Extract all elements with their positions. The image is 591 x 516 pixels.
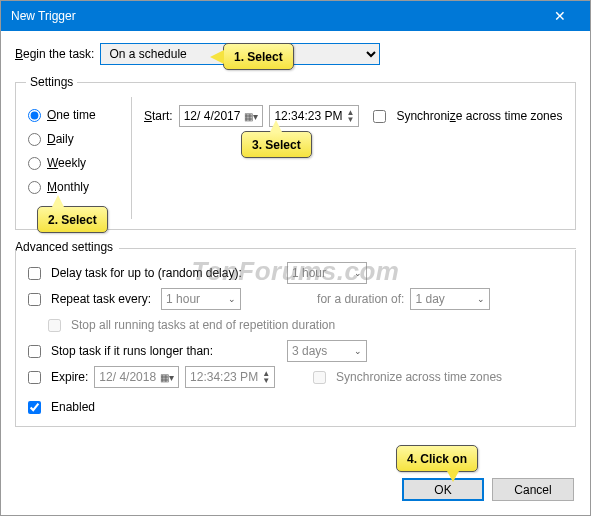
duration-label: for a duration of: — [317, 292, 404, 306]
delay-label: Delay task for up to (random delay): — [51, 266, 281, 280]
cancel-button[interactable]: Cancel — [492, 478, 574, 501]
time-spinner-icon: ▲▼ — [262, 370, 270, 384]
expire-time-input: 12:34:23 PM▲▼ — [185, 366, 275, 388]
expire-date-input: 12/ 4/2018▦▾ — [94, 366, 179, 388]
enabled-checkbox[interactable] — [28, 401, 41, 414]
titlebar: New Trigger ✕ — [1, 1, 590, 31]
advanced-group: Delay task for up to (random delay): 1 h… — [15, 250, 576, 427]
stop-long-value-select: 3 days⌄ — [287, 340, 367, 362]
expire-label: Expire: — [51, 370, 88, 384]
start-label: Start: — [144, 109, 173, 123]
stop-long-label: Stop task if it runs longer than: — [51, 344, 281, 358]
stop-all-label: Stop all running tasks at end of repetit… — [71, 318, 335, 332]
radio-daily[interactable]: Daily — [26, 127, 131, 151]
repeat-value-select: 1 hour⌄ — [161, 288, 241, 310]
start-time-input[interactable]: 12:34:23 PM▲▼ — [269, 105, 359, 127]
chevron-down-icon: ⌄ — [228, 294, 236, 304]
ok-button[interactable]: OK — [402, 478, 484, 501]
duration-value-select: 1 day⌄ — [410, 288, 490, 310]
sync-timezones-checkbox[interactable]: Synchronize across time zones — [371, 103, 562, 129]
stop-long-checkbox[interactable] — [28, 345, 41, 358]
settings-legend: Settings — [26, 75, 77, 89]
begin-task-label: Begin the task: — [15, 47, 94, 61]
annotation-1: 1. Select — [223, 43, 294, 70]
annotation-4: 4. Click on — [396, 445, 478, 472]
recurrence-radios: One time Daily Weekly Monthly — [26, 97, 131, 219]
radio-one-time[interactable]: One time — [26, 103, 131, 127]
repeat-checkbox[interactable] — [28, 293, 41, 306]
calendar-icon: ▦▾ — [244, 111, 258, 122]
sync-timezones-label: Synchronize across time zones — [396, 109, 562, 123]
chevron-down-icon: ⌄ — [354, 346, 362, 356]
enabled-label: Enabled — [51, 400, 95, 414]
close-icon[interactable]: ✕ — [540, 1, 580, 31]
stop-all-checkbox — [48, 319, 61, 332]
chevron-down-icon: ⌄ — [477, 294, 485, 304]
annotation-3: 3. Select — [241, 131, 312, 158]
radio-monthly[interactable]: Monthly — [26, 175, 131, 199]
time-spinner-icon[interactable]: ▲▼ — [346, 109, 354, 123]
chevron-down-icon: ⌄ — [354, 268, 362, 278]
start-date-input[interactable]: 12/ 4/2017▦▾ — [179, 105, 264, 127]
annotation-2: 2. Select — [37, 206, 108, 233]
radio-weekly[interactable]: Weekly — [26, 151, 131, 175]
window-title: New Trigger — [11, 9, 76, 23]
expire-sync-checkbox: Synchronize across time zones — [311, 364, 502, 390]
expire-checkbox[interactable] — [28, 371, 41, 384]
calendar-icon: ▦▾ — [160, 372, 174, 383]
repeat-label: Repeat task every: — [51, 292, 151, 306]
delay-checkbox[interactable] — [28, 267, 41, 280]
delay-value-select: 1 hour⌄ — [287, 262, 367, 284]
